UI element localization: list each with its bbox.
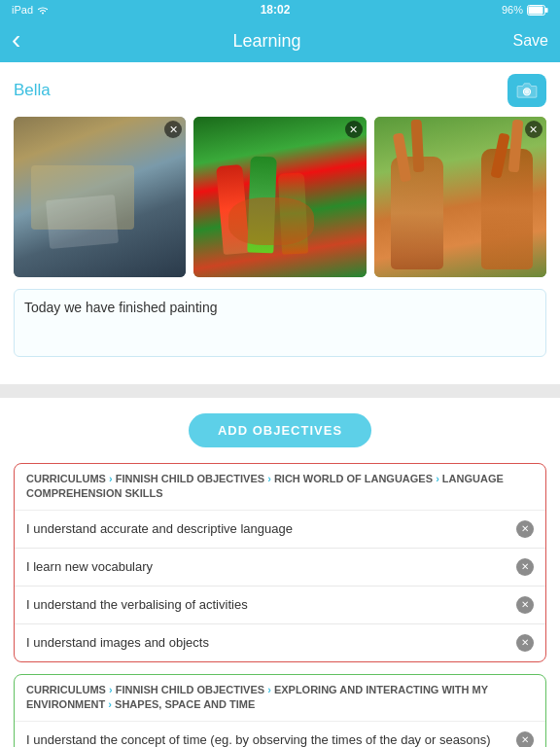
photo-3-close[interactable]: ✕: [525, 121, 542, 138]
photo-1: [14, 117, 186, 277]
status-left: iPad: [12, 4, 49, 16]
svg-rect-1: [528, 6, 542, 14]
photos-row: ✕ ✕ ✕: [14, 117, 546, 277]
objective-item: I understand images and objects ✕: [15, 624, 545, 661]
photo-1-wrapper: ✕: [14, 117, 186, 277]
card-1-header: CURRICULUMS › FINNISH CHILD OBJECTIVES ›…: [15, 464, 545, 511]
objective-text: I understand the concept of time (eg. by…: [26, 732, 491, 747]
nav-title: Learning: [232, 31, 300, 52]
objective-close-1[interactable]: ✕: [516, 520, 534, 538]
status-right: 96%: [502, 4, 548, 16]
note-text: Today we have finished painting: [24, 300, 217, 315]
status-bar: iPad 18:02 96%: [0, 0, 560, 19]
objective-item: I understand the verbalising of activiti…: [15, 587, 545, 624]
card-1-header-text: CURRICULUMS › FINNISH CHILD OBJECTIVES ›…: [26, 473, 504, 499]
user-name: Bella: [14, 81, 51, 100]
section-divider-1: [0, 384, 560, 398]
objective-close-3[interactable]: ✕: [516, 596, 534, 614]
objective-text: I learn new vocabulary: [26, 559, 153, 574]
objectives-section: ADD OBJECTIVES CURRICULUMS › FINNISH CHI…: [0, 398, 560, 747]
card-2-header-text: CURRICULUMS › FINNISH CHILD OBJECTIVES ›…: [26, 684, 488, 710]
card-2-header: CURRICULUMS › FINNISH CHILD OBJECTIVES ›…: [15, 675, 545, 722]
content-area: Bella ✕: [0, 62, 560, 384]
camera-icon: [516, 82, 538, 99]
objectives-card-2: CURRICULUMS › FINNISH CHILD OBJECTIVES ›…: [14, 674, 546, 747]
objective-item: I understand the concept of time (eg. by…: [15, 722, 545, 747]
user-row: Bella: [14, 74, 546, 107]
ipad-label: iPad: [12, 4, 33, 16]
status-time: 18:02: [261, 3, 291, 17]
battery-icon: [527, 5, 548, 16]
objective-close-2[interactable]: ✕: [516, 558, 534, 576]
objective-item: I learn new vocabulary ✕: [15, 549, 545, 587]
objectives-card-1: CURRICULUMS › FINNISH CHILD OBJECTIVES ›…: [14, 463, 546, 662]
photo-2: [193, 117, 366, 277]
nav-bar: ‹ Learning Save: [0, 19, 560, 62]
photo-3: [374, 117, 546, 277]
objective-item: I understand accurate and descriptive la…: [15, 511, 545, 549]
photo-2-wrapper: ✕: [193, 117, 366, 277]
add-objectives-button[interactable]: ADD OBJECTIVES: [189, 413, 371, 447]
camera-button[interactable]: [508, 74, 546, 107]
svg-point-4: [525, 89, 530, 94]
objective-close-5[interactable]: ✕: [516, 731, 534, 747]
objective-text: I understand the verbalising of activiti…: [26, 597, 248, 612]
photo-3-wrapper: ✕: [374, 117, 546, 277]
battery-pct: 96%: [502, 4, 523, 16]
photo-2-close[interactable]: ✕: [345, 121, 363, 138]
objective-close-4[interactable]: ✕: [516, 634, 534, 652]
objective-text: I understand accurate and descriptive la…: [26, 521, 293, 536]
objective-text: I understand images and objects: [26, 635, 209, 650]
wifi-icon: [37, 5, 49, 15]
back-button[interactable]: ‹: [12, 28, 20, 53]
svg-rect-2: [545, 8, 548, 13]
save-button[interactable]: Save: [513, 32, 548, 50]
note-field[interactable]: Today we have finished painting: [14, 289, 546, 357]
